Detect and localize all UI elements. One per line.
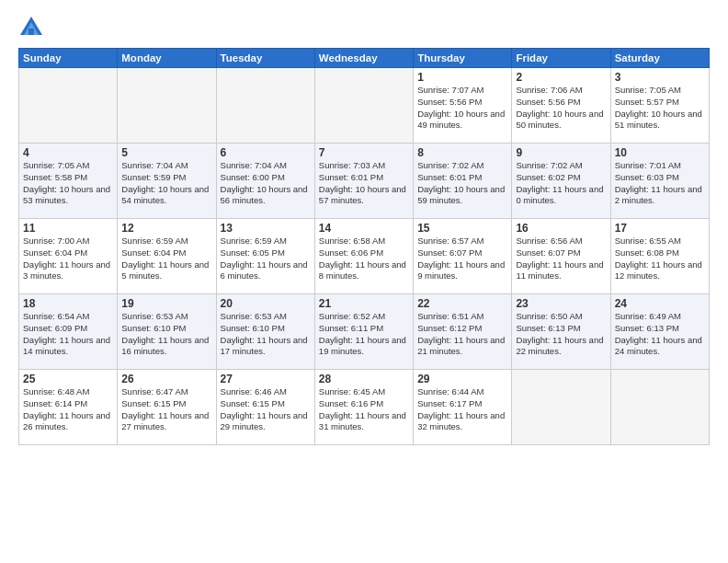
day-number: 8 [417, 146, 507, 159]
day-detail: Sunrise: 6:49 AM Sunset: 6:13 PM Dayligh… [615, 311, 705, 358]
weekday-header-friday: Friday [512, 49, 610, 68]
day-detail: Sunrise: 7:04 AM Sunset: 6:00 PM Dayligh… [221, 160, 311, 207]
day-number: 24 [615, 297, 705, 310]
day-detail: Sunrise: 7:02 AM Sunset: 6:01 PM Dayligh… [417, 160, 507, 207]
day-detail: Sunrise: 7:06 AM Sunset: 5:56 PM Dayligh… [516, 85, 606, 132]
day-detail: Sunrise: 6:48 AM Sunset: 6:14 PM Dayligh… [23, 386, 113, 433]
day-detail: Sunrise: 6:59 AM Sunset: 6:05 PM Dayligh… [221, 236, 311, 282]
day-detail: Sunrise: 6:53 AM Sunset: 6:10 PM Dayligh… [121, 311, 211, 358]
day-detail: Sunrise: 6:46 AM Sunset: 6:15 PM Dayligh… [221, 386, 311, 433]
calendar-cell: 10Sunrise: 7:01 AM Sunset: 6:03 PM Dayli… [610, 144, 709, 219]
day-detail: Sunrise: 7:05 AM Sunset: 5:58 PM Dayligh… [23, 160, 113, 207]
day-number: 7 [319, 146, 409, 159]
calendar-cell: 28Sunrise: 6:45 AM Sunset: 6:16 PM Dayli… [314, 370, 413, 445]
weekday-header-sunday: Sunday [19, 49, 118, 68]
calendar-cell: 15Sunrise: 6:57 AM Sunset: 6:07 PM Dayli… [414, 219, 512, 294]
calendar-cell: 26Sunrise: 6:47 AM Sunset: 6:15 PM Dayli… [118, 370, 216, 445]
header [18, 15, 710, 40]
calendar-cell: 22Sunrise: 6:51 AM Sunset: 6:12 PM Dayli… [414, 294, 512, 370]
day-number: 29 [417, 373, 507, 385]
calendar-cell [610, 370, 709, 445]
day-number: 14 [319, 222, 409, 235]
calendar-cell: 5Sunrise: 7:04 AM Sunset: 5:59 PM Daylig… [118, 144, 216, 219]
day-detail: Sunrise: 6:50 AM Sunset: 6:13 PM Dayligh… [516, 311, 606, 358]
day-number: 5 [121, 146, 211, 159]
day-number: 26 [121, 373, 211, 385]
week-row-2: 4Sunrise: 7:05 AM Sunset: 5:58 PM Daylig… [19, 144, 710, 219]
week-row-5: 25Sunrise: 6:48 AM Sunset: 6:14 PM Dayli… [19, 370, 710, 445]
week-row-4: 18Sunrise: 6:54 AM Sunset: 6:09 PM Dayli… [19, 294, 710, 370]
day-number: 18 [23, 297, 113, 310]
day-number: 17 [615, 222, 705, 235]
day-number: 20 [221, 297, 311, 310]
calendar-cell: 25Sunrise: 6:48 AM Sunset: 6:14 PM Dayli… [19, 370, 118, 445]
day-detail: Sunrise: 6:56 AM Sunset: 6:07 PM Dayligh… [516, 236, 606, 282]
day-number: 12 [121, 222, 211, 235]
weekday-header-tuesday: Tuesday [216, 49, 314, 68]
calendar-cell: 24Sunrise: 6:49 AM Sunset: 6:13 PM Dayli… [610, 294, 709, 370]
calendar-cell: 11Sunrise: 7:00 AM Sunset: 6:04 PM Dayli… [19, 219, 118, 294]
calendar-cell: 17Sunrise: 6:55 AM Sunset: 6:08 PM Dayli… [610, 219, 709, 294]
day-detail: Sunrise: 6:52 AM Sunset: 6:11 PM Dayligh… [319, 311, 409, 358]
day-number: 19 [121, 297, 211, 310]
calendar-cell: 13Sunrise: 6:59 AM Sunset: 6:05 PM Dayli… [216, 219, 314, 294]
calendar-cell: 20Sunrise: 6:53 AM Sunset: 6:10 PM Dayli… [216, 294, 314, 370]
day-number: 3 [615, 71, 705, 84]
day-detail: Sunrise: 6:54 AM Sunset: 6:09 PM Dayligh… [23, 311, 113, 358]
calendar-cell: 14Sunrise: 6:58 AM Sunset: 6:06 PM Dayli… [314, 219, 413, 294]
calendar-cell: 6Sunrise: 7:04 AM Sunset: 6:00 PM Daylig… [216, 144, 314, 219]
day-detail: Sunrise: 7:07 AM Sunset: 5:56 PM Dayligh… [417, 85, 507, 132]
day-number: 27 [221, 373, 311, 385]
day-detail: Sunrise: 6:45 AM Sunset: 6:16 PM Dayligh… [319, 386, 409, 433]
calendar-cell: 18Sunrise: 6:54 AM Sunset: 6:09 PM Dayli… [19, 294, 118, 370]
day-number: 10 [615, 146, 705, 159]
calendar-cell: 7Sunrise: 7:03 AM Sunset: 6:01 PM Daylig… [314, 144, 413, 219]
svg-rect-2 [28, 29, 34, 35]
calendar-cell: 12Sunrise: 6:59 AM Sunset: 6:04 PM Dayli… [118, 219, 216, 294]
day-number: 6 [221, 146, 311, 159]
day-detail: Sunrise: 6:51 AM Sunset: 6:12 PM Dayligh… [417, 311, 507, 358]
page: SundayMondayTuesdayWednesdayThursdayFrid… [0, 0, 728, 563]
calendar-cell: 29Sunrise: 6:44 AM Sunset: 6:17 PM Dayli… [414, 370, 512, 445]
calendar-table: SundayMondayTuesdayWednesdayThursdayFrid… [18, 48, 710, 445]
calendar-cell [118, 68, 216, 144]
day-number: 21 [319, 297, 409, 310]
day-detail: Sunrise: 7:04 AM Sunset: 5:59 PM Dayligh… [121, 160, 211, 207]
calendar-cell: 2Sunrise: 7:06 AM Sunset: 5:56 PM Daylig… [512, 68, 610, 144]
logo-icon [18, 15, 44, 40]
day-number: 22 [417, 297, 507, 310]
day-number: 1 [417, 71, 507, 84]
day-number: 9 [516, 146, 606, 159]
calendar-cell: 16Sunrise: 6:56 AM Sunset: 6:07 PM Dayli… [512, 219, 610, 294]
calendar-cell [512, 370, 610, 445]
day-detail: Sunrise: 6:58 AM Sunset: 6:06 PM Dayligh… [319, 236, 409, 282]
calendar-cell: 27Sunrise: 6:46 AM Sunset: 6:15 PM Dayli… [216, 370, 314, 445]
day-detail: Sunrise: 7:02 AM Sunset: 6:02 PM Dayligh… [516, 160, 606, 207]
day-number: 23 [516, 297, 606, 310]
day-number: 13 [221, 222, 311, 235]
week-row-3: 11Sunrise: 7:00 AM Sunset: 6:04 PM Dayli… [19, 219, 710, 294]
day-number: 4 [23, 146, 113, 159]
day-detail: Sunrise: 6:57 AM Sunset: 6:07 PM Dayligh… [417, 236, 507, 282]
week-row-1: 1Sunrise: 7:07 AM Sunset: 5:56 PM Daylig… [19, 68, 710, 144]
day-detail: Sunrise: 6:59 AM Sunset: 6:04 PM Dayligh… [121, 236, 211, 282]
day-number: 28 [319, 373, 409, 385]
calendar-cell: 3Sunrise: 7:05 AM Sunset: 5:57 PM Daylig… [610, 68, 709, 144]
day-detail: Sunrise: 6:44 AM Sunset: 6:17 PM Dayligh… [417, 386, 507, 433]
calendar-cell: 21Sunrise: 6:52 AM Sunset: 6:11 PM Dayli… [314, 294, 413, 370]
day-number: 2 [516, 71, 606, 84]
weekday-header-row: SundayMondayTuesdayWednesdayThursdayFrid… [19, 49, 710, 68]
weekday-header-wednesday: Wednesday [314, 49, 413, 68]
day-detail: Sunrise: 7:03 AM Sunset: 6:01 PM Dayligh… [319, 160, 409, 207]
day-detail: Sunrise: 6:47 AM Sunset: 6:15 PM Dayligh… [121, 386, 211, 433]
day-detail: Sunrise: 6:53 AM Sunset: 6:10 PM Dayligh… [221, 311, 311, 358]
logo [18, 15, 48, 40]
calendar-cell: 1Sunrise: 7:07 AM Sunset: 5:56 PM Daylig… [414, 68, 512, 144]
day-detail: Sunrise: 7:05 AM Sunset: 5:57 PM Dayligh… [615, 85, 705, 132]
weekday-header-saturday: Saturday [610, 49, 709, 68]
weekday-header-thursday: Thursday [414, 49, 512, 68]
calendar-cell: 4Sunrise: 7:05 AM Sunset: 5:58 PM Daylig… [19, 144, 118, 219]
calendar-cell [314, 68, 413, 144]
calendar-cell: 8Sunrise: 7:02 AM Sunset: 6:01 PM Daylig… [414, 144, 512, 219]
calendar-cell [19, 68, 118, 144]
